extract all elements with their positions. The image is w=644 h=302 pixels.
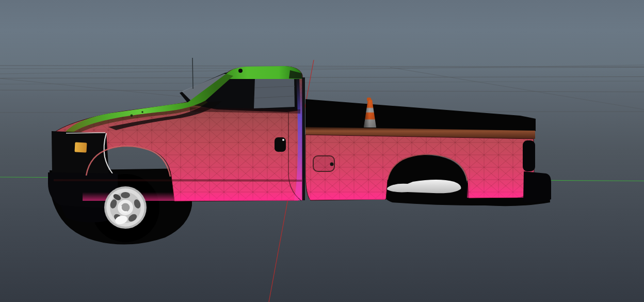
cab-bed-gap: [302, 77, 305, 200]
bed-glow-rear: [467, 186, 533, 198]
front-wheel-rim: [104, 186, 147, 229]
headlight-amber: [74, 142, 87, 152]
front-grille: [52, 131, 109, 177]
viewport-3d[interactable]: [0, 0, 644, 302]
bed-glow-front: [310, 190, 385, 200]
fuel-door-latch: [330, 163, 334, 166]
roof-marker: [238, 69, 243, 73]
tail-light: [523, 140, 535, 171]
grille-top-trim: [66, 133, 105, 133]
hood-dot: [131, 115, 133, 117]
side-window-glass: [254, 77, 295, 108]
antenna: [192, 58, 193, 89]
rear-bumper: [523, 171, 551, 203]
body-crease: [54, 180, 302, 181]
hood-dot: [141, 111, 143, 113]
handle-highlight: [282, 139, 284, 141]
viewport-canvas[interactable]: [0, 0, 644, 302]
